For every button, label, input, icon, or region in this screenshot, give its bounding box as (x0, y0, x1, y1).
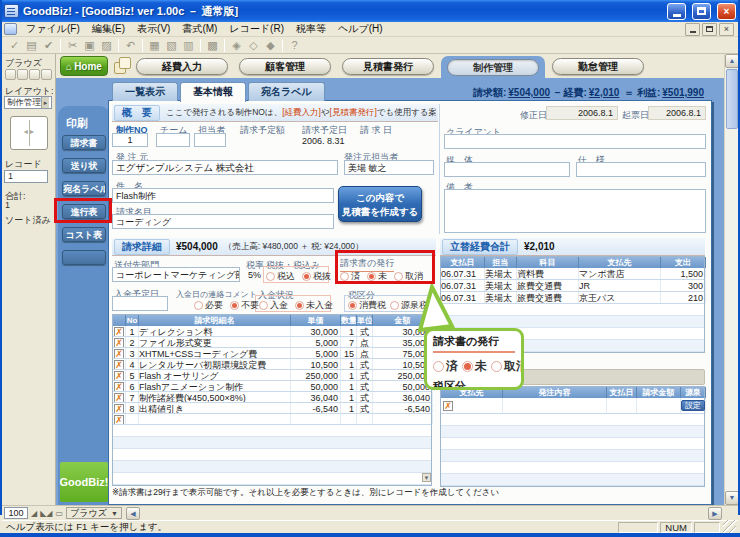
link-icon-1[interactable]: ◈ (228, 38, 245, 53)
radio-label[interactable]: 入金 (270, 299, 288, 312)
mdi-restore-button[interactable] (702, 23, 717, 36)
item-unit[interactable]: 点 (357, 337, 373, 347)
delete-row-icon[interactable]: ✗ (114, 327, 124, 337)
hacchu-tanto-field[interactable]: 美場 敏之 (344, 160, 434, 175)
table-scroll-down-icon[interactable]: ▼ (422, 473, 431, 482)
settings-button[interactable]: 設定 (681, 400, 705, 411)
minimize-button[interactable] (667, 3, 686, 20)
item-unit-price[interactable]: 36,040 (291, 392, 341, 402)
link-icon-2[interactable]: ◇ (245, 38, 262, 53)
baitai-field[interactable] (444, 162, 570, 177)
radio-icon[interactable] (348, 301, 357, 310)
menu-item[interactable]: 編集(E) (86, 23, 131, 34)
item-unit[interactable]: 式 (357, 370, 373, 380)
print-button[interactable] (62, 250, 106, 265)
radio-icon[interactable] (390, 301, 399, 310)
nav-button[interactable]: 見積書発行 (342, 58, 434, 75)
item-qty[interactable]: 1 (341, 381, 357, 391)
team-field[interactable] (156, 133, 190, 147)
print-button[interactable]: 送り状 (62, 158, 106, 173)
scroll-right-icon[interactable]: ▶ (708, 507, 722, 520)
radio-label[interactable]: 税抜 (313, 270, 331, 283)
item-name[interactable]: Flashアニメーション制作 (139, 381, 291, 391)
scrollbar-thumb[interactable] (726, 69, 738, 129)
tab[interactable]: 宛名ラベル (248, 82, 325, 101)
duplicate-record-icon[interactable]: ▧ (163, 38, 180, 53)
item-name[interactable]: ファイル形式変更 (139, 337, 291, 347)
item-name[interactable]: Flash オーサリング (139, 370, 291, 380)
resize-grip[interactable] (723, 520, 736, 533)
item-unit-price[interactable]: 5,000 (291, 337, 341, 347)
radio-icon[interactable] (259, 301, 268, 310)
item-unit-price[interactable]: 250,000 (291, 370, 341, 380)
item-unit[interactable] (357, 414, 373, 424)
create-estimate-button[interactable]: この内容で見積書を作成する (338, 186, 422, 222)
radio-label[interactable]: 不要 (241, 299, 259, 312)
item-unit[interactable]: 式 (357, 359, 373, 369)
item-qty[interactable] (341, 414, 357, 424)
dept-field[interactable]: コーポレートマーケティング部 (112, 267, 240, 282)
item-unit[interactable]: 式 (357, 381, 373, 391)
radio-icon[interactable] (295, 301, 304, 310)
item-unit-price[interactable]: 10,500 (291, 359, 341, 369)
paste-icon[interactable]: ▨ (98, 38, 115, 53)
item-unit-price[interactable]: 30,000 (291, 326, 341, 336)
item-unit[interactable]: 式 (357, 326, 373, 336)
meimoku-field[interactable]: コーディング (112, 214, 334, 229)
item-unit-price[interactable]: 50,000 (291, 381, 341, 391)
menu-item[interactable]: レコード(R) (223, 23, 290, 34)
item-unit-price[interactable]: -6,540 (291, 403, 341, 413)
new-record-icon[interactable]: ▦ (146, 38, 163, 53)
tab[interactable]: 基本情報 (180, 82, 246, 102)
biko-field[interactable] (444, 189, 706, 233)
preview-mode-icon[interactable] (41, 69, 52, 80)
delete-row-icon[interactable]: ✗ (114, 382, 124, 392)
nav-button[interactable]: 経費入力 (136, 58, 228, 75)
menu-item[interactable]: 税率等 (290, 23, 332, 34)
menu-item[interactable]: ファイル(F) (20, 23, 86, 34)
item-qty[interactable]: 7 (341, 337, 357, 347)
due-field[interactable] (112, 296, 168, 311)
order-content[interactable] (503, 398, 607, 413)
print-button[interactable]: 宛名ラベル (62, 181, 106, 196)
find-record-icon[interactable]: ▩ (204, 38, 221, 53)
item-unit[interactable]: 式 (357, 403, 373, 413)
delete-row-icon[interactable]: ✗ (114, 338, 124, 348)
select-check-icon[interactable]: ✓ (6, 38, 23, 53)
menu-item[interactable]: 表示(V) (131, 23, 176, 34)
record-number-field[interactable]: 1 (4, 170, 48, 183)
delete-row-icon[interactable]: ✗ (114, 360, 124, 370)
radio-label[interactable]: 税込 (277, 270, 295, 283)
delete-row-icon[interactable]: ✗ (114, 393, 124, 403)
item-unit-price[interactable] (291, 414, 341, 424)
seisaku-no-field[interactable]: 1 (112, 133, 148, 147)
find-mode-icon[interactable] (17, 69, 28, 80)
tanto-field[interactable] (194, 133, 226, 147)
item-unit-price[interactable]: 5,000 (291, 348, 341, 358)
maximize-button[interactable] (692, 3, 711, 20)
help-icon[interactable]: ? (286, 38, 303, 53)
item-name[interactable] (139, 414, 291, 424)
order-amount[interactable] (637, 398, 681, 413)
layout-selector[interactable]: 制作管理▸ (4, 96, 52, 109)
copy-icon[interactable]: ▣ (81, 38, 98, 53)
radio-icon[interactable] (302, 272, 311, 281)
chevron-right-icon[interactable]: ▸ (41, 97, 49, 108)
item-qty[interactable]: 1 (341, 370, 357, 380)
radio-label[interactable]: 消費税 (359, 299, 386, 312)
cut-icon[interactable]: ✂ (64, 38, 81, 53)
item-name[interactable]: 出精値引き (139, 403, 291, 413)
item-unit[interactable]: 式 (357, 392, 373, 402)
scroll-left-icon[interactable]: ◀ (126, 507, 140, 520)
menu-item[interactable]: 書式(M) (176, 23, 223, 34)
item-qty[interactable]: 15 (341, 348, 357, 358)
order-date[interactable] (607, 398, 637, 413)
delete-record-icon[interactable]: ▥ (180, 38, 197, 53)
undo-icon[interactable]: ↶ (122, 38, 139, 53)
hacchu-field[interactable]: エグザンプルシステム 株式会社 (112, 160, 338, 175)
delete-row-icon[interactable]: ✗ (443, 401, 453, 411)
item-qty[interactable]: 1 (341, 392, 357, 402)
item-qty[interactable]: 1 (341, 403, 357, 413)
item-name[interactable]: XHTML+CSSコーディング費 (139, 348, 291, 358)
radio-icon[interactable] (230, 301, 239, 310)
